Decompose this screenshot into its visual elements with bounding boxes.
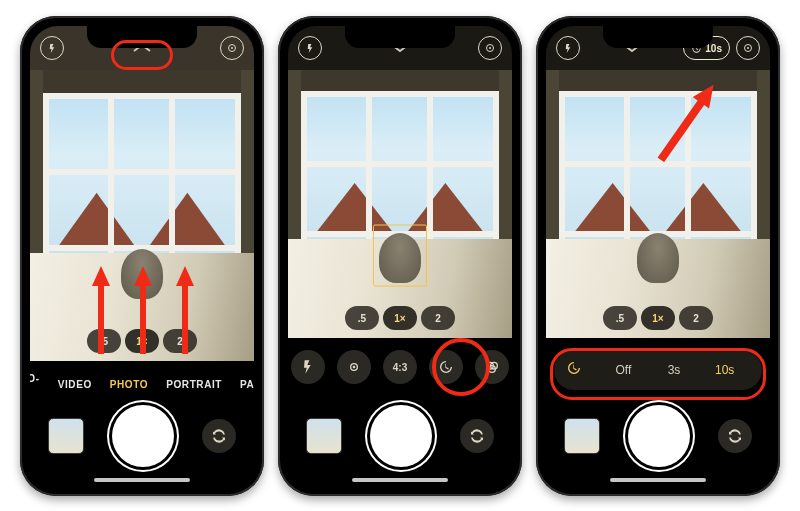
mode-slomo[interactable]: SLO-MO xyxy=(30,373,40,395)
timer-option-off[interactable]: Off xyxy=(598,363,649,377)
last-photo-thumbnail[interactable] xyxy=(48,418,84,454)
aspect-ratio-control[interactable]: 4:3 xyxy=(383,350,417,384)
timer-control-icon[interactable] xyxy=(429,350,463,384)
live-control-icon[interactable] xyxy=(337,350,371,384)
timer-icon xyxy=(566,360,590,380)
flash-off-icon[interactable] xyxy=(556,36,580,60)
mode-portrait[interactable]: PORTRAIT xyxy=(166,379,222,390)
notch xyxy=(87,26,197,48)
timer-option-10s[interactable]: 10s xyxy=(699,363,750,377)
shutter-button[interactable] xyxy=(628,405,690,467)
shutter-button[interactable] xyxy=(370,405,432,467)
mode-photo[interactable]: PHOTO xyxy=(110,379,148,390)
switch-camera-icon[interactable] xyxy=(460,419,494,453)
zoom-1x[interactable]: 1× xyxy=(383,306,417,330)
mode-video[interactable]: VIDEO xyxy=(58,379,92,390)
notch xyxy=(345,26,455,48)
last-photo-thumbnail[interactable] xyxy=(306,418,342,454)
zoom-0_5x[interactable]: .5 xyxy=(87,329,121,353)
switch-camera-icon[interactable] xyxy=(202,419,236,453)
timer-option-3s[interactable]: 3s xyxy=(649,363,700,377)
viewfinder[interactable]: .5 1× 2 xyxy=(288,70,512,338)
notch xyxy=(603,26,713,48)
viewfinder[interactable]: .5 1× 2 xyxy=(30,70,254,361)
iphone-step1: .5 1× 2 SLO-MO VIDEO PHOTO PORTRAIT PANO xyxy=(20,16,264,496)
live-photo-icon[interactable] xyxy=(736,36,760,60)
viewfinder[interactable]: .5 1× 2 xyxy=(546,70,770,338)
zoom-0_5x[interactable]: .5 xyxy=(603,306,637,330)
focus-indicator xyxy=(373,224,427,286)
mode-selector[interactable]: SLO-MO VIDEO PHOTO PORTRAIT PANO xyxy=(30,370,254,398)
flash-control-icon[interactable] xyxy=(291,350,325,384)
home-indicator[interactable] xyxy=(610,478,706,482)
flash-off-icon[interactable] xyxy=(298,36,322,60)
live-photo-icon[interactable] xyxy=(478,36,502,60)
zoom-2x[interactable]: 2 xyxy=(421,306,455,330)
zoom-1x[interactable]: 1× xyxy=(641,306,675,330)
zoom-2x[interactable]: 2 xyxy=(163,329,197,353)
control-drawer: 4:3 xyxy=(288,344,512,390)
home-indicator[interactable] xyxy=(352,478,448,482)
iphone-step3: 10s .5 1× 2 Off 3s 10s xyxy=(536,16,780,496)
mode-pano[interactable]: PANO xyxy=(240,379,254,390)
live-photo-icon[interactable] xyxy=(220,36,244,60)
timer-options-bar: Off 3s 10s xyxy=(554,350,762,390)
shutter-button[interactable] xyxy=(112,405,174,467)
switch-camera-icon[interactable] xyxy=(718,419,752,453)
flash-off-icon[interactable] xyxy=(40,36,64,60)
zoom-1x[interactable]: 1× xyxy=(125,329,159,353)
last-photo-thumbnail[interactable] xyxy=(564,418,600,454)
iphone-step2: .5 1× 2 4:3 xyxy=(278,16,522,496)
svg-point-1 xyxy=(353,366,356,369)
filters-control-icon[interactable] xyxy=(475,350,509,384)
zoom-2x[interactable]: 2 xyxy=(679,306,713,330)
home-indicator[interactable] xyxy=(94,478,190,482)
zoom-0_5x[interactable]: .5 xyxy=(345,306,379,330)
